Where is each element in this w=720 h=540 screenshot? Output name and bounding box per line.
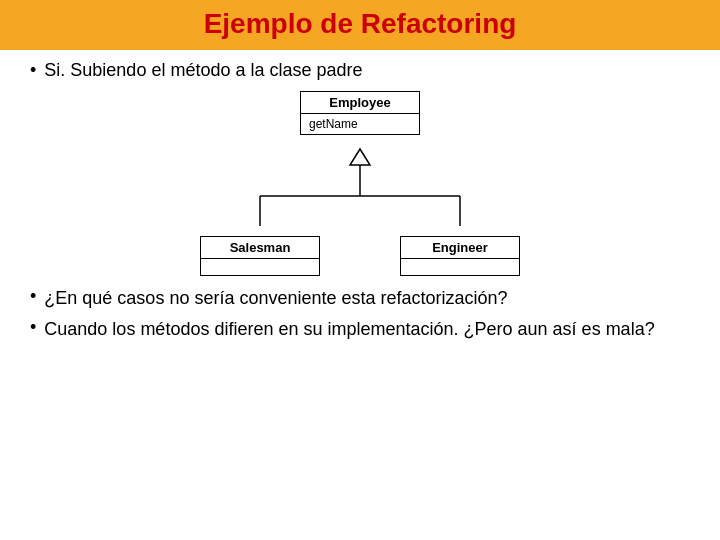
bullet-dot-1: • [30,60,36,81]
svg-marker-4 [350,149,370,165]
bullet-item-1: • Si. Subiendo el método a la clase padr… [30,60,690,81]
bullet-text-1: Si. Subiendo el método a la clase padre [44,60,362,81]
uml-diagram: Employee getName Salesman Engineer [190,91,530,276]
page-header: Ejemplo de Refactoring [0,0,720,50]
bullet-dot-3: • [30,317,36,338]
main-content: • Si. Subiendo el método a la clase padr… [0,50,720,358]
salesman-body [201,259,319,275]
page-title: Ejemplo de Refactoring [0,8,720,40]
bullet-item-3: • Cuando los métodos difieren en su impl… [30,317,690,342]
bullet-text-3: Cuando los métodos difieren en su implem… [44,317,654,342]
employee-method: getName [301,114,419,134]
salesman-class-name: Salesman [201,237,319,259]
engineer-class-name: Engineer [401,237,519,259]
employee-class-name: Employee [301,92,419,114]
bullet-dot-2: • [30,286,36,307]
bullet-text-2: ¿En qué casos no sería conveniente esta … [44,286,507,311]
class-employee: Employee getName [300,91,420,135]
uml-diagram-container: Employee getName Salesman Engineer [30,91,690,276]
bullet-item-2: • ¿En qué casos no sería conveniente est… [30,286,690,311]
class-engineer: Engineer [400,236,520,276]
engineer-body [401,259,519,275]
class-salesman: Salesman [200,236,320,276]
bottom-bullets: • ¿En qué casos no sería conveniente est… [30,286,690,342]
